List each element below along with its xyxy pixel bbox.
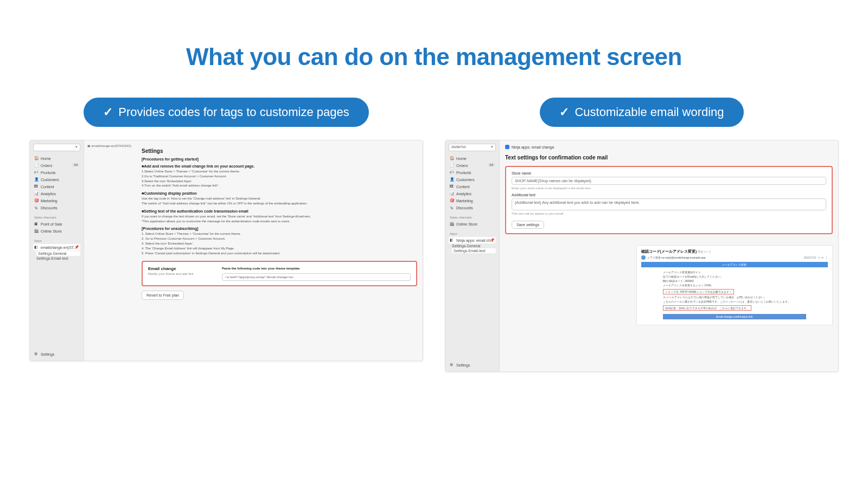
sidebar-item-home[interactable]: 🏠Home	[449, 155, 496, 162]
more-icon[interactable]: ⋮	[825, 256, 828, 259]
sidebar-item-content[interactable]: 🖼Content	[33, 183, 80, 190]
gear-icon: ⚙	[34, 352, 39, 356]
admin-sidebar: 20230710 🏠Home 📄Orders10 🏷Products 👤Cust…	[445, 140, 500, 371]
sidebar-item-orders[interactable]: 📄Orders10	[449, 162, 496, 169]
marketing-icon: 🎯	[450, 198, 454, 203]
procedures-start: [Procedures for getting started]	[142, 157, 417, 161]
mail-banner: メールアドレス変更	[641, 262, 828, 267]
content-icon: 🖼	[450, 184, 454, 189]
code-snippet-field[interactable]: <a href="/apps/proxy-en/ap">Email change…	[222, 273, 411, 281]
sidebar-item-products[interactable]: 🏷Products	[449, 169, 496, 176]
orders-icon: 📄	[450, 163, 454, 168]
mail-inbox-tag: 受信トレイ	[698, 250, 711, 253]
store-icon: 🏬	[450, 222, 454, 226]
breadcrumb-column: ▣ emailchange-en(STAGING)	[84, 140, 136, 361]
sidebar-item-analytics[interactable]: 📊Analytics	[449, 190, 496, 197]
sec1-title: ■Add and remove the email change link on…	[142, 164, 417, 168]
page-title: What you can do on the management screen	[0, 43, 868, 70]
sidebar-item-app[interactable]: ◧Ninja apps: email ch...📌	[449, 237, 496, 243]
app-subnav-general[interactable]: Settings-General	[452, 244, 496, 248]
gear-icon: ⚙	[450, 363, 454, 367]
pill-email: ✓ Customizable email wording	[540, 98, 743, 127]
sidebar-item-marketing[interactable]: 🎯Marketing	[33, 197, 80, 204]
sidebar-item-analytics[interactable]: 📊Analytics	[33, 190, 80, 197]
store-name-input[interactable]: SHOP-NAME(Shop names can be displayed)	[512, 177, 826, 185]
check-icon: ✓	[103, 105, 113, 119]
sec1-line: 3.Select the icon 'Embedded Apps'.	[142, 179, 417, 184]
store-name-label: Store name	[512, 171, 826, 175]
orders-icon: 📄	[34, 163, 39, 168]
additional-text-input[interactable]: (Additional text) Any additional text yo…	[512, 198, 826, 210]
app-subnav-general[interactable]: Settings-General	[36, 251, 80, 256]
app-subnav-email-text[interactable]: Settings-Email-text	[452, 248, 496, 253]
analytics-icon: 📊	[450, 191, 454, 196]
screenshot-right: 20230710 🏠Home 📄Orders10 🏷Products 👤Cust…	[445, 140, 839, 372]
breadcrumb[interactable]: ▣ emailchange-en(STAGING)	[87, 144, 133, 147]
procedures-unsub: [Procedures for unsubscribing]	[142, 227, 417, 230]
mail-highlight-additional: 自由記述：自由に記入できる文章があれば、こちらに追記できます。	[663, 305, 751, 311]
shop-select[interactable]	[33, 144, 80, 151]
sidebar-item-app[interactable]: ◧emailchange-en(ST...📌	[33, 244, 80, 251]
sidebar-settings[interactable]: ⚙Settings	[33, 351, 80, 357]
products-icon: 🏷	[34, 170, 39, 175]
reply-icon[interactable]: ↩	[821, 256, 824, 259]
mail-line: 以下の確認コードをShopifyに入力してください。	[663, 275, 806, 278]
sec3-title: ■Setting text of the authentication code…	[142, 209, 417, 213]
store-name-hint: Enter your store name to be displayed in…	[512, 187, 826, 190]
app-title-bar: Ninja apps: email change	[505, 144, 833, 151]
pill-label: Customizable email wording	[575, 105, 724, 119]
sidebar-item-online-store[interactable]: 🏬Online Store	[449, 221, 496, 227]
store-icon: 🏬	[34, 229, 39, 233]
sidebar-item-discounts[interactable]: ％Discounts	[33, 204, 80, 211]
orders-badge: 10	[488, 163, 495, 166]
sidebar-item-discounts[interactable]: ％Discounts	[449, 204, 496, 211]
mail-cta-button[interactable]: Email change confirmation link	[663, 314, 806, 319]
customers-icon: 👤	[34, 177, 39, 182]
app-icon: ◧	[34, 245, 39, 249]
sidebar-item-online-store[interactable]: 🏬Online Store	[33, 228, 80, 234]
pos-icon: ▣	[34, 222, 39, 226]
sidebar-item-content[interactable]: 🖼Content	[449, 183, 496, 190]
pill-tags: ✓ Provides codes for tags to customize p…	[84, 98, 369, 127]
shop-select[interactable]: 20230710	[449, 144, 496, 151]
app-icon	[505, 145, 509, 149]
email-preview: 確認コード(メールアドレス変更) 受信トレイ メアド変更 no-reply@em…	[636, 245, 833, 325]
sidebar-item-pos[interactable]: ▣Point of Sale	[33, 221, 80, 227]
apps-header: Apps	[449, 231, 496, 236]
save-settings-button[interactable]: Save settings	[512, 221, 544, 229]
sidebar-settings[interactable]: ⚙Settings	[449, 362, 496, 368]
mail-subject: 確認コード(メールアドレス変更)	[641, 249, 697, 253]
card-title: Text settings for confirmation code mail	[505, 155, 833, 160]
unsub-line: 2. Go to Previous Customer Account > Cus…	[142, 237, 417, 241]
sales-channels-header: Sales channels	[33, 215, 80, 220]
sec1-line: 1.Select Online Store > Themes > 'Custom…	[142, 170, 417, 174]
additional-text-hint: This text will be added to your email	[512, 212, 826, 215]
mail-line: メールアドレス変更通知サイト	[663, 271, 806, 274]
sec2-line: Use the tag code in 'How to set the 'Cha…	[142, 197, 417, 201]
sidebar-item-home[interactable]: 🏠Home	[33, 155, 80, 162]
unsub-line: 4. The 'Change Email Address' link will …	[142, 247, 417, 251]
mail-date: 2023/7/10	[804, 256, 816, 259]
mail-line: こちらのメールに書かれている設定情報です。このメッセージには、返信しないようお願…	[663, 300, 806, 303]
sidebar-item-products[interactable]: 🏷Products	[33, 169, 80, 176]
orders-badge: 10	[72, 163, 79, 166]
pin-icon[interactable]: 📌	[74, 245, 79, 249]
revert-button[interactable]: Revert to Free plan	[142, 291, 184, 300]
app-subnav-email-text[interactable]: Settings-Email-text	[36, 256, 80, 260]
sidebar-item-customers[interactable]: 👤Customers	[449, 176, 496, 183]
app-icon: ◧	[450, 238, 454, 242]
sec1-line: 4.Turn on the switch "Add email address …	[142, 184, 417, 188]
sec2-title: ■Customising display position	[142, 191, 417, 195]
screenshot-left: 🏠Home 📄Orders10 🏷Products 👤Customers 🖼Co…	[29, 140, 423, 361]
customers-icon: 👤	[450, 177, 454, 182]
email-change-sub: Modify your theme and add link	[148, 272, 213, 275]
star-icon[interactable]: ☆	[818, 256, 820, 259]
home-icon: 🏠	[34, 156, 39, 160]
discounts-icon: ％	[450, 206, 454, 210]
sidebar-item-customers[interactable]: 👤Customers	[33, 176, 80, 183]
pin-icon[interactable]: 📌	[490, 238, 495, 242]
settings-heading: Settings	[142, 148, 417, 154]
sidebar-item-marketing[interactable]: 🎯Marketing	[449, 197, 496, 204]
sales-channels-header: Sales channels	[449, 215, 496, 220]
sidebar-item-orders[interactable]: 📄Orders10	[33, 162, 80, 169]
